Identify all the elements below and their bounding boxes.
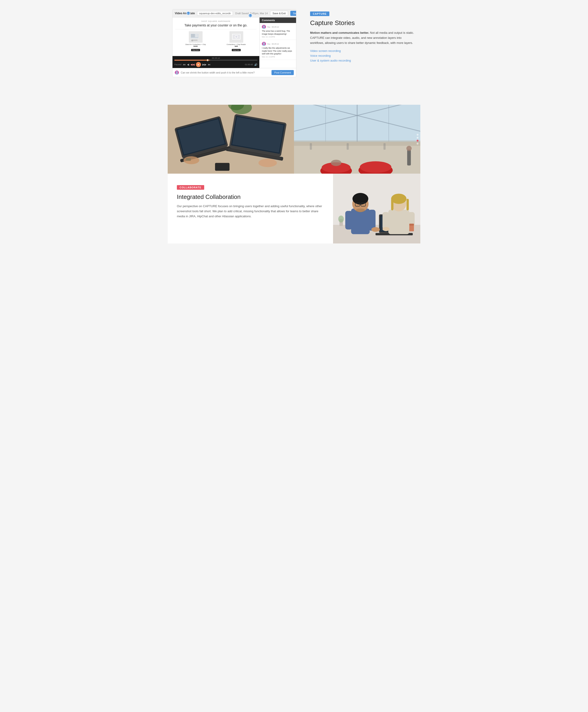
svg-rect-76: [391, 199, 394, 211]
video-annotate-panel: Video Annotate Draft Saved: 3:45pm, Mar …: [172, 9, 296, 77]
comment-text-1: The area has a weird bug. The image keep…: [262, 29, 294, 35]
svg-rect-55: [346, 143, 349, 150]
va-video-area: SHOP SQUARE HARDWARE Take payments at yo…: [172, 18, 259, 68]
svg-point-4: [191, 40, 193, 41]
capture-link-3[interactable]: User & system audio recording: [310, 59, 416, 62]
product-name-2: Contactless + Chip Reader: [216, 44, 256, 45]
comment-date-1: Mar 14, 3:33PM: [262, 36, 294, 38]
va-controls: 00:25:12 Paused ⏮ ◀ ◀◀ ▶ ▶▶: [172, 56, 259, 68]
collaborate-section: COLLABORATE Integrated Collaboration Our…: [168, 174, 420, 244]
capture-badge: CAPTURE: [310, 12, 329, 16]
svg-point-65: [353, 193, 369, 205]
svg-point-82: [338, 216, 344, 223]
svg-point-9: [235, 36, 237, 38]
nav-dot-2[interactable]: [417, 137, 419, 139]
comment-text-2: I really like the adjustments we made he…: [262, 47, 294, 55]
svg-point-50: [360, 161, 392, 173]
input-avatar: [175, 70, 179, 75]
svg-point-17: [262, 45, 266, 46]
svg-rect-52: [407, 150, 411, 166]
va-body: SHOP SQUARE HARDWARE Take payments at yo…: [172, 18, 296, 68]
svg-rect-2: [191, 34, 195, 37]
comment-meta-2: You · 00:25:12: [267, 43, 279, 45]
nav-dot-4[interactable]: [417, 143, 419, 145]
shop-product-2: Contactless + Chip Reader $49 Shop Now: [216, 31, 256, 51]
svg-rect-45: [294, 142, 420, 174]
skip-back-button[interactable]: ⏮: [183, 63, 186, 66]
va-toolbar: Video Annotate Draft Saved: 3:45pm, Mar …: [172, 9, 296, 18]
comment-date-2: Mar 14, 3:33PM: [262, 56, 294, 58]
svg-point-53: [406, 146, 412, 151]
comments-header: Comments: [259, 18, 296, 23]
segment-marker: [204, 60, 210, 61]
total-time: 01:00:43: [245, 63, 253, 66]
comment-user-row-1: You · 00:25:12: [262, 25, 294, 29]
svg-point-66: [356, 209, 365, 212]
collaborate-text: COLLABORATE Integrated Collaboration Our…: [168, 174, 333, 244]
svg-rect-73: [388, 210, 409, 234]
capture-description: Motion matters and communicates better. …: [310, 30, 416, 45]
comment-item-2: You · 00:25:12 I really like the adjustm…: [259, 40, 296, 60]
save-share-button[interactable]: Save & Share: [290, 11, 296, 16]
svg-point-72: [372, 227, 380, 232]
office-image: [294, 105, 420, 174]
comment-input[interactable]: [181, 71, 270, 74]
svg-point-14: [263, 25, 265, 27]
svg-point-80: [382, 227, 389, 231]
capture-link-1[interactable]: Video screen recording: [310, 49, 416, 53]
comments-panel: Comments You · 00:25:12 The area has a w…: [259, 18, 296, 68]
post-comment-button[interactable]: Post Comment: [272, 70, 294, 75]
svg-point-31: [184, 156, 200, 164]
collaborate-title: Integrated Collaboration: [177, 193, 324, 201]
svg-rect-46: [294, 141, 420, 146]
rewind-button[interactable]: ◀◀: [190, 63, 194, 66]
comment-input-row: Post Comment: [172, 68, 296, 77]
nav-dot-3[interactable]: [417, 140, 419, 142]
comment-item-1: You · 00:25:12 The area has a weird bug.…: [259, 23, 296, 40]
shop-product-1: Stand for Contactless + Chip $160 Shop N…: [175, 31, 216, 51]
nav-dots: [417, 134, 419, 145]
capture-section: CAPTURE Capture Stories Motion matters a…: [310, 9, 416, 77]
capture-links: Video screen recording Voice recording U…: [310, 49, 416, 62]
play-button[interactable]: ▶: [196, 62, 201, 67]
shop-now-btn-2[interactable]: Shop Now: [232, 49, 241, 51]
svg-point-32: [258, 159, 277, 167]
svg-rect-84: [409, 224, 414, 226]
capture-title: Capture Stories: [310, 19, 416, 27]
svg-point-19: [175, 73, 178, 75]
product-image-1: [189, 31, 203, 43]
shop-products: Stand for Contactless + Chip $160 Shop N…: [175, 29, 256, 53]
svg-rect-5: [193, 40, 197, 41]
shop-headline: Take payments at your counter or on the …: [175, 23, 256, 27]
progress-bar[interactable]: [174, 60, 257, 61]
shop-now-btn-1[interactable]: Shop Now: [191, 49, 200, 51]
comment-avatar-2: [262, 42, 266, 46]
save-exit-button[interactable]: Save & Exit: [270, 11, 288, 16]
step-back-button[interactable]: ◀: [187, 63, 189, 66]
skip-forward-button[interactable]: ⏭: [208, 63, 211, 66]
va-filename-input[interactable]: [197, 11, 233, 16]
fast-forward-button[interactable]: ▶▶: [202, 63, 207, 66]
capture-link-2[interactable]: Voice recording: [310, 54, 416, 58]
progress-fill: [174, 60, 208, 61]
svg-rect-37: [186, 158, 191, 161]
product-price-2: $49: [216, 45, 256, 47]
svg-rect-11: [188, 13, 189, 13]
product-name-1: Stand for Contactless + Chip: [175, 44, 216, 45]
nav-dot-1[interactable]: [417, 134, 419, 136]
svg-rect-3: [195, 34, 198, 37]
comment-user-row-2: You · 00:25:12: [262, 42, 294, 46]
svg-rect-70: [345, 211, 352, 229]
playback-status: Paused: [174, 63, 182, 66]
svg-rect-13: [250, 15, 251, 16]
comment-meta-1: You · 00:25:12: [267, 26, 279, 28]
video-frame: SHOP SQUARE HARDWARE Take payments at yo…: [172, 18, 259, 56]
svg-point-15: [262, 27, 266, 29]
svg-point-16: [263, 42, 265, 44]
product-price-1: $160: [175, 45, 216, 47]
controls-row: Paused ⏮ ◀ ◀◀ ▶ ▶▶ ⏭ 01:00:43 🔊: [174, 62, 257, 67]
svg-rect-78: [382, 212, 389, 229]
volume-icon[interactable]: 🔊: [254, 63, 257, 66]
collaborate-image: [333, 174, 420, 244]
spacer: [0, 91, 588, 105]
